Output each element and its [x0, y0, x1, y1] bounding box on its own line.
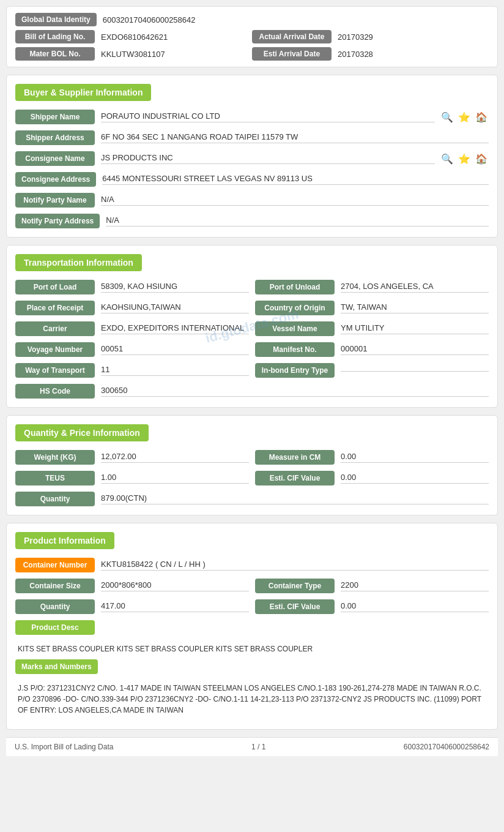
- carrier-col: Carrier EXDO, EXPEDITORS INTERNATIONAL: [15, 321, 249, 336]
- star-icon[interactable]: ⭐: [457, 110, 472, 124]
- country-of-origin-col: Country of Origin TW, TAIWAN: [255, 301, 489, 315]
- marks-label: Marks and Numbers: [15, 659, 98, 674]
- place-of-receipt-value: KAOHSIUNG,TAIWAN: [101, 302, 249, 313]
- consignee-star-icon[interactable]: ⭐: [457, 151, 472, 166]
- port-of-unload-col: Port of Unload 2704, LOS ANGELES, CA: [255, 280, 489, 294]
- transport-inbond-row: Way of Transport 11 In-bond Entry Type: [15, 363, 489, 378]
- marks-text: J.S P/O: 2371231CNY2 C/NO. 1-417 MADE IN…: [15, 683, 489, 716]
- carrier-vessel-row: Carrier EXDO, EXPEDITORS INTERNATIONAL V…: [15, 321, 489, 336]
- weight-col: Weight (KG) 12,072.00: [15, 450, 249, 465]
- bol-value: EXDO6810642621: [101, 32, 168, 42]
- receipt-origin-row: Place of Receipt KAOHSIUNG,TAIWAN Countr…: [15, 301, 489, 315]
- country-of-origin-value: TW, TAIWAN: [341, 302, 489, 313]
- consignee-address-row: Consignee Address 6445 MONTESSOURI STREE…: [15, 172, 489, 187]
- voyage-manifest-row: Voyage Number 00051 Manifest No. 000001: [15, 342, 489, 357]
- vessel-name-col: Vessel Name YM UTILITY: [255, 321, 489, 336]
- consignee-name-icons: 🔍 ⭐ 🏠: [440, 151, 489, 166]
- consignee-name-value: JS PRODUCTS INC: [101, 153, 435, 164]
- mater-bol-left: Mater BOL No. KKLUTW3081107: [15, 47, 252, 61]
- product-quantity-cif-row: Quantity 417.00 Esti. CIF Value 0.00: [15, 599, 489, 614]
- global-identity-row: Global Data Identity 6003201704060002586…: [15, 13, 489, 26]
- product-esti-cif-value: 0.00: [341, 601, 489, 612]
- footer-right: 600320170406000258642: [404, 743, 489, 751]
- actual-arrival-value: 20170329: [338, 32, 373, 42]
- in-bond-value: [341, 370, 489, 372]
- carrier-label: Carrier: [15, 321, 95, 336]
- global-identity-full: Global Data Identity 6003201704060002586…: [15, 13, 196, 26]
- consignee-address-value: 6445 MONTESSOURI STREET LAS VEGAS NV 891…: [102, 174, 489, 185]
- footer-center: 1 / 1: [251, 743, 265, 751]
- notify-party-address-value: N/A: [106, 215, 489, 227]
- esti-arrival-label: Esti Arrival Date: [252, 47, 332, 61]
- container-size-col: Container Size 2000*806*800: [15, 579, 249, 593]
- carrier-value: EXDO, EXPEDITORS INTERNATIONAL: [101, 323, 249, 334]
- hs-code-label: HS Code: [15, 384, 95, 399]
- shipper-name-value: PORAUTO INDUSTRIAL CO LTD: [101, 111, 435, 122]
- way-of-transport-label: Way of Transport: [15, 363, 95, 378]
- product-esti-cif-label: Esti. CIF Value: [255, 599, 335, 614]
- global-identity-label: Global Data Identity: [15, 13, 97, 26]
- shipper-address-label: Shipper Address: [15, 130, 95, 145]
- voyage-number-value: 00051: [101, 344, 249, 355]
- product-desc-label: Product Desc: [15, 620, 95, 635]
- esti-cif-label: Esti. CIF Value: [255, 471, 335, 485]
- in-bond-label: In-bond Entry Type: [255, 363, 335, 378]
- quantity-value: 879.00(CTN): [101, 493, 489, 504]
- weight-label: Weight (KG): [15, 450, 95, 465]
- product-esti-cif-col: Esti. CIF Value 0.00: [255, 599, 489, 614]
- in-bond-col: In-bond Entry Type: [255, 363, 489, 378]
- mater-bol-row: Mater BOL No. KKLUTW3081107 Esti Arrival…: [15, 47, 489, 61]
- bol-row: Bill of Lading No. EXDO6810642621 Actual…: [15, 30, 489, 43]
- hs-code-row: HS Code 300650: [15, 384, 489, 399]
- shipper-name-row: Shipper Name PORAUTO INDUSTRIAL CO LTD 🔍…: [15, 110, 489, 124]
- buyer-supplier-section: Buyer & Supplier Information Shipper Nam…: [6, 75, 498, 238]
- manifest-no-label: Manifest No.: [255, 342, 335, 357]
- transportation-section: Transportation Information id.gtodata.co…: [6, 245, 498, 408]
- container-size-type-row: Container Size 2000*806*800 Container Ty…: [15, 579, 489, 593]
- transportation-header: Transportation Information: [15, 254, 142, 271]
- vessel-name-label: Vessel Name: [255, 321, 335, 336]
- search-icon[interactable]: 🔍: [440, 110, 454, 124]
- identity-box: Global Data Identity 6003201704060002586…: [6, 6, 498, 67]
- container-type-label: Container Type: [255, 579, 335, 593]
- container-number-value: KKTU8158422 ( CN / L / HH ): [101, 560, 489, 571]
- voyage-number-col: Voyage Number 00051: [15, 342, 249, 357]
- measure-value: 0.00: [341, 452, 489, 463]
- footer: U.S. Import Bill of Lading Data 1 / 1 60…: [6, 737, 498, 756]
- manifest-no-col: Manifest No. 000001: [255, 342, 489, 357]
- container-number-label: Container Number: [15, 558, 95, 572]
- consignee-name-row: Consignee Name JS PRODUCTS INC 🔍 ⭐ 🏠: [15, 151, 489, 166]
- teus-col: TEUS 1.00: [15, 471, 249, 485]
- esti-cif-value: 0.00: [341, 473, 489, 484]
- weight-value: 12,072.00: [101, 452, 249, 463]
- product-header: Product Information: [15, 532, 114, 549]
- esti-cif-col: Esti. CIF Value 0.00: [255, 471, 489, 485]
- esti-arrival-value: 20170328: [338, 50, 373, 59]
- weight-measure-row: Weight (KG) 12,072.00 Measure in CM 0.00: [15, 450, 489, 465]
- consignee-home-icon[interactable]: 🏠: [474, 151, 489, 166]
- way-of-transport-col: Way of Transport 11: [15, 363, 249, 378]
- voyage-number-label: Voyage Number: [15, 342, 95, 357]
- measure-label: Measure in CM: [255, 450, 335, 465]
- measure-col: Measure in CM 0.00: [255, 450, 489, 465]
- mater-bol-label: Mater BOL No.: [15, 47, 95, 61]
- home-icon[interactable]: 🏠: [474, 110, 489, 124]
- mater-bol-value: KKLUTW3081107: [101, 50, 165, 59]
- place-of-receipt-col: Place of Receipt KAOHSIUNG,TAIWAN: [15, 301, 249, 315]
- notify-party-name-row: Notify Party Name N/A: [15, 193, 489, 208]
- vessel-name-value: YM UTILITY: [341, 323, 489, 334]
- actual-arrival-right: Actual Arrival Date 20170329: [252, 30, 489, 43]
- consignee-name-label: Consignee Name: [15, 151, 95, 166]
- marks-section: Marks and Numbers: [15, 659, 489, 678]
- hs-code-value: 300650: [101, 386, 489, 397]
- product-desc-text: KITS SET BRASS COUPLER KITS SET BRASS CO…: [15, 643, 489, 654]
- teus-value: 1.00: [101, 473, 249, 484]
- consignee-search-icon[interactable]: 🔍: [440, 151, 454, 166]
- shipper-name-label: Shipper Name: [15, 110, 95, 124]
- notify-party-address-row: Notify Party Address N/A: [15, 214, 489, 228]
- product-section: Product Information Container Number KKT…: [6, 523, 498, 730]
- port-of-load-value: 58309, KAO HSIUNG: [101, 282, 249, 293]
- container-size-value: 2000*806*800: [101, 580, 249, 591]
- port-of-unload-label: Port of Unload: [255, 280, 335, 294]
- product-quantity-label: Quantity: [15, 599, 95, 614]
